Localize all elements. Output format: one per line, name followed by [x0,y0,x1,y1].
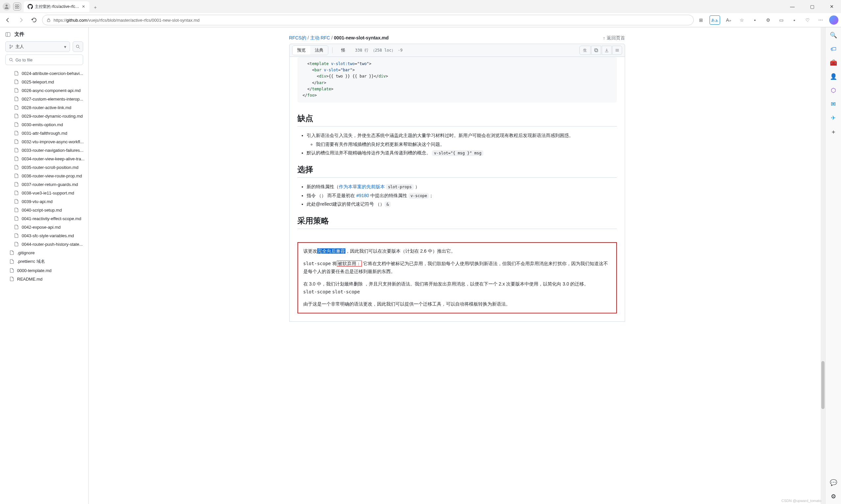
file-item[interactable]: 0027-custom-elements-interop... [0,95,88,103]
performance-icon[interactable]: ♡ [803,15,812,25]
favorites-bar-icon[interactable]: ⭑ [790,15,799,25]
paragraph: slot-scope 将被软弃用： 它将在文档中被标记为已弃用，我们鼓励每个人使… [303,260,611,276]
outline-button[interactable] [612,46,622,55]
list-item: 我们需要有关作用域插槽的良好文档更新来帮助解决这个问题。 [316,141,617,148]
files-title: 文件 [15,31,24,37]
files-sidebar: 文件 主人 ▾ Go to file 0024-attribute-coerci… [0,27,89,504]
file-item[interactable]: 0028-router-active-link.md [0,103,88,112]
svg-line-14 [12,60,13,62]
branch-icon [9,44,14,49]
app-icon[interactable]: ▪ [750,15,759,25]
telegram-icon[interactable]: ✈ [829,114,837,122]
heading-choice: 选择 [298,164,617,178]
office-icon[interactable]: ⬡ [829,86,837,94]
scroll-thumb[interactable] [821,361,825,409]
search-icon [9,57,14,62]
search-placeholder: Go to file [15,57,33,62]
file-item[interactable]: README.md [0,275,88,283]
close-window-button[interactable]: ✕ [825,2,838,12]
more-icon[interactable]: ⋯ [816,15,825,25]
search-icon[interactable]: 🔍 [829,31,837,39]
outlook-icon[interactable]: ✉ [829,100,837,108]
search-files-button[interactable] [73,41,83,52]
refresh-button[interactable] [29,15,39,25]
list-item: 新的特殊属性（作为本草案的先前版本 slot-props ） [307,183,617,190]
link-prev-draft[interactable]: 作为本草案的先前版本 [339,184,385,189]
file-item[interactable]: .gitignore [0,248,88,257]
extensions-icon[interactable]: ⊞ [696,15,705,25]
file-item[interactable]: 0041-reactivity-effect-scope.md [0,214,88,223]
close-tab-icon[interactable]: ✕ [82,4,86,9]
copy-button[interactable] [591,46,601,55]
file-item[interactable]: 0042-expose-api.md [0,223,88,231]
copilot-icon[interactable] [829,15,838,25]
file-item[interactable]: 0033-router-navigation-failures... [0,146,88,155]
svg-point-9 [10,48,11,49]
chevron-down-icon: ▾ [64,44,66,49]
file-item[interactable]: 0029-router-dynamic-routing.md [0,112,88,120]
file-item[interactable]: 0034-router-view-keep-alive-tra... [0,155,88,163]
file-tree: 0024-attribute-coercion-behavi...0025-te… [0,68,88,504]
back-button[interactable] [3,15,13,25]
file-item[interactable]: 0030-emits-option.md [0,120,88,129]
translate-icon[interactable]: あぁ [710,15,720,25]
file-item[interactable]: 0044-router-push-history-state... [0,240,88,248]
tag-icon[interactable]: 🏷 [829,45,837,53]
back-to-top-link[interactable]: ↑ 返回页首 [603,35,625,41]
file-item[interactable]: 0040-script-setup.md [0,206,88,214]
collections-icon[interactable]: ▭ [776,15,786,25]
highlighted-section: 该更改完全向后兼容，因此我们可以在次要版本（计划在 2.6 中）推出它。 slo… [298,242,617,313]
tab-blame[interactable]: 怪 [337,46,350,55]
chat-icon[interactable]: 💬 [829,479,837,487]
ext2-icon[interactable]: ⚙ [764,15,773,25]
list-item: 默认的槽位用法并不能精确地传达作为道具传递到槽的概念。 v-slot="{ ms… [307,149,617,156]
file-item[interactable]: 0036-router-view-route-prop.md [0,172,88,180]
file-item[interactable]: 0024-attribute-coercion-behavi... [0,69,88,77]
file-item[interactable]: .prettierrc 域名 [0,257,88,266]
svg-point-8 [10,45,11,46]
favorite-icon[interactable]: ☆ [737,15,746,25]
new-tab-button[interactable]: ＋ [91,3,100,12]
file-item[interactable]: 0035-router-scroll-position.md [0,163,88,172]
file-item[interactable]: 0039-vtu-api.md [0,197,88,206]
github-favicon-icon [28,4,33,9]
tab-code[interactable]: 法典 [310,46,328,55]
workspaces-icon[interactable] [13,3,21,11]
file-item[interactable]: 0043-sfc-style-variables.md [0,231,88,240]
file-item[interactable]: 0026-async-component-api.md [0,86,88,95]
address-bar[interactable]: https://github.com/vuejs/rfcs/blob/maste… [42,15,694,25]
read-aloud-icon[interactable]: A» [724,15,733,25]
raw-button[interactable]: 生 [579,46,591,55]
file-item[interactable]: 0038-vue3-ie11-support.md [0,188,88,197]
file-toolbar: 预览 法典 怪 338 行 （258 loc） ·9 生 [289,44,625,57]
file-item[interactable]: 0000-template.md [0,266,88,275]
svg-point-10 [12,46,13,47]
file-item[interactable]: 0031-attr-fallthrough.md [0,129,88,137]
code-block: <template v-slot:two="two"> <bar v-slot=… [298,57,617,103]
download-button[interactable] [602,46,612,55]
tab-preview[interactable]: 预览 [292,46,310,55]
minimize-button[interactable]: — [786,2,799,12]
settings-icon[interactable]: ⚙ [829,492,837,500]
file-item[interactable]: 0037-router-return-guards.md [0,180,88,188]
link-issue[interactable]: #9180 [356,193,369,198]
breadcrumb-root[interactable]: RFCS的 [289,35,306,41]
scrollbar[interactable] [821,27,825,504]
user-icon[interactable]: 👤 [829,73,837,80]
content-area: RFCS的 / 主动 RFC / 0001-new-slot-syntax.md… [89,27,825,504]
browser-tab[interactable]: 主控室的 rfcs/active-rfcs/0001-n... ✕ [24,1,89,12]
file-item[interactable]: 0025-teleport.md [0,77,88,86]
add-app-icon[interactable]: ＋ [829,128,837,136]
svg-rect-15 [595,49,598,52]
svg-rect-6 [5,33,10,36]
svg-rect-1 [15,5,17,6]
file-item[interactable]: 0032-vtu-improve-async-workfl... [0,137,88,146]
sidebar-toggle-icon[interactable] [5,32,11,37]
profile-avatar-icon[interactable] [3,3,11,11]
breadcrumb-folder[interactable]: 主动 RFC [310,35,330,41]
toolbox-icon[interactable]: 🧰 [829,59,837,67]
maximize-button[interactable]: ▢ [806,2,819,12]
branch-selector[interactable]: 主人 ▾ [5,41,70,52]
go-to-file-input[interactable]: Go to file [5,55,83,65]
lock-icon [46,18,51,22]
